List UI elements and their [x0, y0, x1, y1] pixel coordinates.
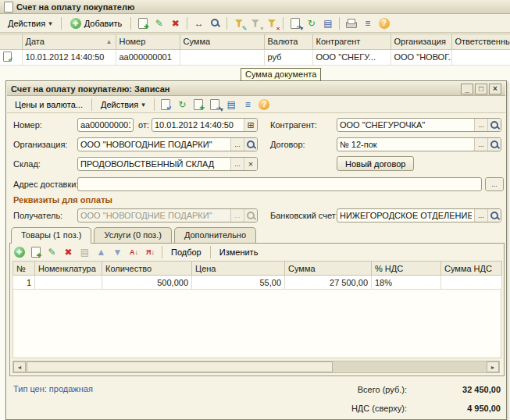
item-vat-cell[interactable]: 18%	[372, 276, 441, 290]
organization-select-button[interactable]: ...	[230, 138, 244, 151]
col-price[interactable]: Цена	[192, 262, 285, 276]
add-button[interactable]: ✚ Добавить	[66, 16, 127, 31]
maximize-button[interactable]: □	[475, 84, 487, 94]
counterparty-open-button[interactable]	[487, 119, 501, 131]
item-n-cell[interactable]: 1	[13, 276, 35, 290]
find-icon[interactable]	[208, 16, 223, 30]
address-select-button[interactable]: ...	[486, 178, 503, 190]
row-status-cell[interactable]: ✔	[0, 49, 22, 65]
refresh-icon[interactable]: ↻	[304, 16, 319, 30]
row-sum-cell[interactable]: 32 450,00	[180, 49, 264, 65]
date-interval-icon[interactable]: ↔	[191, 16, 206, 30]
item-name-cell[interactable]: АПЕЛЬСИНЫ	[35, 276, 102, 290]
col-currency[interactable]: Валюта	[264, 34, 312, 49]
delete-icon[interactable]: ✖	[168, 16, 183, 30]
scroll-thumb[interactable]	[27, 361, 333, 372]
pick-button[interactable]: Подбор	[166, 245, 206, 259]
doc-help-icon[interactable]: ?	[257, 98, 272, 112]
item-sum-cell[interactable]: 27 500,00	[285, 276, 372, 290]
row-number-cell[interactable]: аа000000001	[116, 49, 180, 65]
doc-output-icon[interactable]: ➔ ▾	[208, 98, 223, 112]
counterparty-input[interactable]	[337, 119, 474, 131]
col-nomenclature[interactable]: Номенклатура	[35, 262, 102, 276]
date-input[interactable]	[152, 119, 244, 131]
contract-open-button[interactable]	[487, 138, 501, 151]
write-document-icon[interactable]: ↵	[159, 98, 173, 112]
item-vat-sum-cell[interactable]	[441, 276, 502, 290]
col-counterparty[interactable]: Контрагент	[312, 34, 391, 49]
col-responsible[interactable]: Ответственный	[451, 34, 510, 49]
minimize-button[interactable]: _	[461, 84, 473, 94]
col-status[interactable]	[0, 34, 22, 49]
row-date-cell[interactable]: 10.01.2012 14:40:50	[22, 49, 116, 65]
doc-settings-icon[interactable]: ≡	[241, 98, 255, 112]
col-date[interactable]: Дата▲	[22, 34, 116, 49]
row-counterparty-cell[interactable]: ООО "СНЕГУ...	[312, 49, 391, 65]
copy-icon[interactable]: ✚	[191, 98, 206, 112]
tab-additional[interactable]: Дополнительно	[174, 227, 256, 243]
col-vat-sum[interactable]: Сумма НДС	[441, 262, 502, 276]
change-button[interactable]: Изменить	[215, 245, 263, 259]
structure-icon[interactable]: ▤	[224, 98, 239, 112]
move-up-icon[interactable]: ▲	[94, 245, 109, 259]
tab-goods[interactable]: Товары (1 поз.)	[11, 227, 91, 244]
sort-asc-icon[interactable]: А↓	[127, 245, 141, 259]
delete-row-icon[interactable]: ✖	[61, 245, 76, 259]
filter-settings-icon[interactable]: ✎	[231, 16, 246, 30]
tab-services[interactable]: Услуги (0 поз.)	[94, 227, 171, 243]
col-number[interactable]: Номер	[116, 34, 180, 49]
row-organization-cell[interactable]: ООО "НОВОГ...	[391, 49, 451, 65]
reread-icon[interactable]: ↻	[175, 98, 190, 112]
col-quantity[interactable]: Количество	[102, 262, 192, 276]
payee-open-button	[244, 209, 257, 222]
add-row-icon[interactable]: ✚	[12, 245, 27, 259]
help-icon[interactable]: ?	[376, 16, 391, 30]
actions-menu-button[interactable]: Действия ▾	[3, 16, 57, 30]
print-icon[interactable]	[344, 16, 358, 30]
sort-desc-icon[interactable]: Я↓	[143, 245, 158, 259]
item-price-cell[interactable]: 55,00	[192, 276, 285, 290]
list-settings-icon[interactable]: ≡	[360, 16, 375, 30]
copy-row-icon[interactable]: ✚	[28, 245, 43, 259]
warehouse-clear-button[interactable]: ×	[244, 158, 257, 170]
counterparty-select-button[interactable]: ...	[474, 119, 487, 131]
contract-select-button[interactable]: ...	[474, 138, 487, 151]
col-item-sum[interactable]: Сумма	[285, 262, 372, 276]
address-label: Адрес доставки:	[13, 180, 78, 189]
go-to-list-icon[interactable]: ▤	[320, 16, 335, 30]
move-down-icon[interactable]: ▼	[110, 245, 125, 259]
edit-row-icon[interactable]: ✎	[45, 245, 59, 259]
add-copy-icon[interactable]: ✚	[135, 16, 150, 30]
number-input[interactable]	[78, 119, 133, 131]
bank-account-select-button[interactable]: ...	[474, 209, 487, 222]
close-button[interactable]: ×	[489, 84, 501, 94]
row-currency-cell[interactable]: руб	[264, 49, 312, 65]
doc-actions-menu-button[interactable]: Действия ▾	[96, 98, 150, 112]
edit-icon[interactable]: ✎	[152, 16, 166, 30]
new-contract-button[interactable]: Новый договор	[337, 156, 414, 171]
address-input[interactable]	[78, 178, 481, 190]
list-window-titlebar[interactable]: Счет на оплату покупателю	[0, 0, 510, 14]
clear-filter-icon[interactable]: ×	[264, 16, 279, 30]
organization-open-button[interactable]	[244, 138, 257, 151]
organization-input[interactable]	[78, 138, 230, 151]
end-edit-icon[interactable]: ▤	[77, 245, 92, 259]
contract-input[interactable]	[337, 138, 474, 151]
warehouse-select-button[interactable]: ...	[230, 158, 244, 170]
col-organization[interactable]: Организация	[391, 34, 451, 49]
scroll-left-arrow[interactable]: ◄	[13, 361, 26, 372]
filter-history-icon[interactable]: ▾	[248, 16, 262, 30]
col-vat-percent[interactable]: % НДС	[372, 262, 441, 276]
output-icon[interactable]: ➔ ▾	[287, 16, 302, 30]
bank-account-open-button[interactable]	[487, 209, 501, 222]
prices-currency-button[interactable]: Цены и валюта...	[10, 98, 87, 112]
item-qty-cell[interactable]: 500,000	[102, 276, 192, 290]
doc-window-titlebar[interactable]: Счет на оплату покупателю: Записан _ □ ×	[7, 82, 505, 96]
calendar-button[interactable]: ⊞	[244, 119, 257, 131]
warehouse-input[interactable]	[78, 158, 230, 170]
col-sum[interactable]: Сумма	[180, 34, 264, 49]
scroll-right-arrow[interactable]: ►	[487, 361, 499, 372]
col-n[interactable]: №	[13, 262, 35, 276]
row-responsible-cell[interactable]	[451, 49, 510, 65]
bank-account-input[interactable]	[337, 209, 474, 222]
